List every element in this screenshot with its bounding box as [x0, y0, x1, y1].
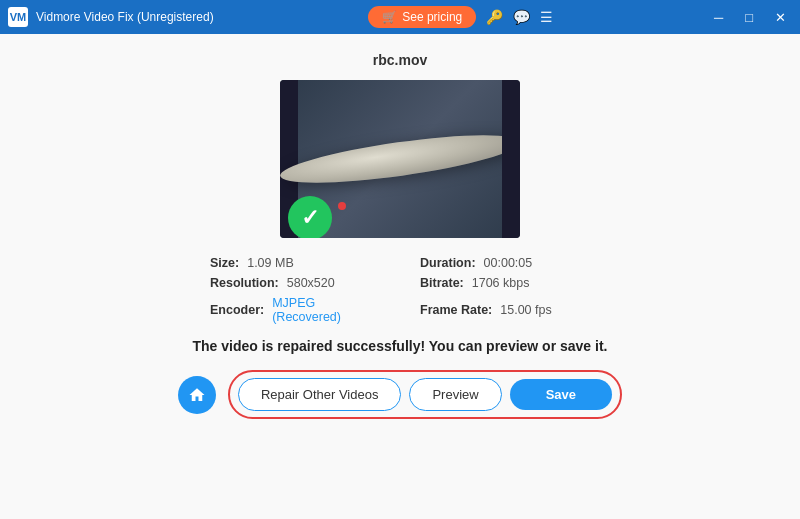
title-bar-left: VM Vidmore Video Fix (Unregistered): [8, 7, 214, 27]
button-group: Repair Other Videos Preview Save: [228, 370, 622, 419]
see-pricing-button[interactable]: 🛒 See pricing: [368, 6, 476, 28]
title-bar-title: Vidmore Video Fix (Unregistered): [36, 10, 214, 24]
info-encoder: Encoder: MJPEG (Recovered): [210, 296, 380, 324]
encoder-value: MJPEG (Recovered): [272, 296, 380, 324]
video-shape: [280, 126, 520, 193]
cart-icon: 🛒: [382, 10, 397, 24]
preview-button[interactable]: Preview: [409, 378, 501, 411]
video-right-bar: [502, 80, 520, 238]
info-grid: Size: 1.09 MB Duration: 00:00:05 Resolut…: [210, 256, 590, 324]
file-name: rbc.mov: [373, 52, 427, 68]
info-duration: Duration: 00:00:05: [420, 256, 590, 270]
key-icon[interactable]: 🔑: [486, 9, 503, 25]
minimize-button[interactable]: ─: [708, 8, 729, 27]
chat-icon[interactable]: 💬: [513, 9, 530, 25]
home-icon: [188, 386, 206, 404]
duration-value: 00:00:05: [484, 256, 533, 270]
repair-other-videos-button[interactable]: Repair Other Videos: [238, 378, 402, 411]
title-bar-controls: ─ □ ✕: [708, 8, 792, 27]
size-label: Size:: [210, 256, 239, 270]
info-framerate: Frame Rate: 15.00 fps: [420, 296, 590, 324]
menu-icon[interactable]: ☰: [540, 9, 553, 25]
app-logo: VM: [8, 7, 28, 27]
size-value: 1.09 MB: [247, 256, 294, 270]
main-content: rbc.mov ✓ Size: 1.09 MB Duration: 00:00:…: [0, 34, 800, 519]
maximize-button[interactable]: □: [739, 8, 759, 27]
home-button[interactable]: [178, 376, 216, 414]
success-check-icon: ✓: [288, 196, 332, 238]
info-size: Size: 1.09 MB: [210, 256, 380, 270]
action-area: Repair Other Videos Preview Save: [20, 370, 780, 419]
success-message: The video is repaired successfully! You …: [193, 338, 608, 354]
close-button[interactable]: ✕: [769, 8, 792, 27]
resolution-label: Resolution:: [210, 276, 279, 290]
title-bar-center: 🛒 See pricing 🔑 💬 ☰: [368, 6, 553, 28]
info-bitrate: Bitrate: 1706 kbps: [420, 276, 590, 290]
title-bar: VM Vidmore Video Fix (Unregistered) 🛒 Se…: [0, 0, 800, 34]
red-marker: [338, 202, 346, 210]
video-thumbnail: ✓: [280, 80, 520, 238]
duration-label: Duration:: [420, 256, 476, 270]
encoder-label: Encoder:: [210, 303, 264, 317]
info-resolution: Resolution: 580x520: [210, 276, 380, 290]
bitrate-label: Bitrate:: [420, 276, 464, 290]
framerate-value: 15.00 fps: [500, 303, 551, 317]
bitrate-value: 1706 kbps: [472, 276, 530, 290]
resolution-value: 580x520: [287, 276, 335, 290]
framerate-label: Frame Rate:: [420, 303, 492, 317]
see-pricing-label: See pricing: [402, 10, 462, 24]
save-button[interactable]: Save: [510, 379, 612, 410]
